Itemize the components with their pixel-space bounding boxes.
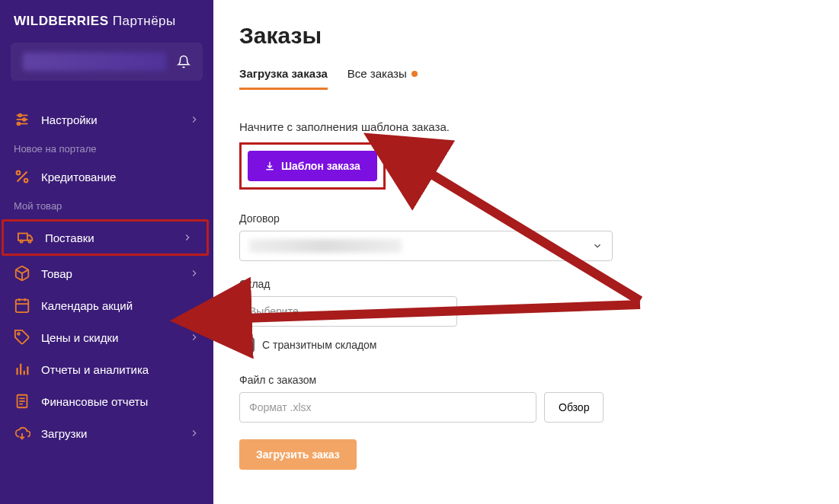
calendar-icon <box>14 297 30 314</box>
sidebar-item-downloads[interactable]: Загрузки <box>0 417 213 449</box>
chevron-down-icon <box>592 241 603 251</box>
lead-text: Начните с заполнения шаблона заказа. <box>239 120 813 133</box>
sidebar: WILDBERRIES Партнёры Настройки Новое на … <box>0 0 213 504</box>
download-icon <box>264 161 275 171</box>
svg-point-10 <box>20 240 22 242</box>
sidebar-item-product[interactable]: Товар <box>0 257 213 289</box>
upload-button-label: Загрузить заказ <box>256 448 340 461</box>
sidebar-item-label: Загрузки <box>41 427 87 440</box>
transit-row: С транзитным складом <box>239 337 813 352</box>
sidebar-item-finreports[interactable]: Финансовые отчеты <box>0 385 213 417</box>
upload-button[interactable]: Загрузить заказ <box>239 439 357 470</box>
sidebar-item-label: Финансовые отчеты <box>41 395 148 408</box>
svg-rect-9 <box>18 234 27 241</box>
svg-line-6 <box>18 172 27 182</box>
file-label: Файл с заказом <box>239 374 813 386</box>
tab-all[interactable]: Все заказы <box>347 67 418 90</box>
file-input[interactable]: Формат .xlsx <box>239 392 536 423</box>
sidebar-item-label: Цены и скидки <box>41 331 118 344</box>
sidebar-section-new: Новое на портале <box>0 136 213 161</box>
svg-point-7 <box>17 171 21 175</box>
chevron-right-icon <box>189 268 200 279</box>
chevron-right-icon <box>189 428 200 439</box>
tab-upload[interactable]: Загрузка заказа <box>239 67 328 90</box>
sidebar-item-label: Товар <box>41 267 72 280</box>
contract-select[interactable] <box>239 231 613 261</box>
logo-brand: WILDBERRIES <box>14 14 109 28</box>
sliders-icon <box>14 111 30 128</box>
bell-icon[interactable] <box>177 55 191 69</box>
page-title: Заказы <box>239 23 813 49</box>
warehouse-placeholder: Выберите <box>249 305 299 317</box>
template-highlight: Шаблон заказа <box>239 142 386 190</box>
svg-point-8 <box>24 179 28 183</box>
transit-label: С транзитным складом <box>262 339 377 351</box>
sidebar-item-label: Календарь акций <box>41 299 133 312</box>
svg-point-11 <box>28 240 30 242</box>
logo-sub: Партнёры <box>113 14 176 28</box>
file-placeholder: Формат .xlsx <box>249 401 312 413</box>
sidebar-item-reports[interactable]: Отчеты и аналитика <box>0 353 213 385</box>
svg-point-17 <box>18 333 20 335</box>
sidebar-item-label: Кредитование <box>41 171 116 183</box>
dot-indicator-icon <box>411 71 418 77</box>
sidebar-item-label: Отчеты и аналитика <box>41 363 149 376</box>
sidebar-section-goods: Мой товар <box>0 193 213 218</box>
chevron-down-icon <box>437 306 447 317</box>
template-button-label: Шаблон заказа <box>281 160 360 172</box>
chevron-right-icon <box>182 232 193 243</box>
tab-label: Все заказы <box>347 67 407 80</box>
user-box[interactable] <box>11 43 203 81</box>
chevron-right-icon <box>189 332 200 343</box>
file-row: Формат .xlsx Обзор <box>239 392 813 423</box>
cloud-download-icon <box>14 425 30 442</box>
warehouse-label: Склад <box>239 278 813 290</box>
contract-label: Договор <box>239 212 813 225</box>
chevron-right-icon <box>189 114 200 125</box>
main-content: Заказы Загрузка заказа Все заказы Начнит… <box>213 0 839 504</box>
transit-checkbox[interactable] <box>239 337 255 352</box>
contract-value-blurred <box>249 239 402 253</box>
tabs: Загрузка заказа Все заказы <box>239 67 813 90</box>
tab-label: Загрузка заказа <box>239 67 328 80</box>
template-button[interactable]: Шаблон заказа <box>248 151 377 181</box>
bar-chart-icon <box>14 361 30 378</box>
truck-icon <box>18 229 34 246</box>
browse-button-label: Обзор <box>559 401 589 413</box>
sidebar-item-label: Поставки <box>45 231 94 244</box>
sidebar-item-calendar[interactable]: Календарь акций <box>0 289 213 321</box>
warehouse-select[interactable]: Выберите <box>239 296 457 327</box>
tag-icon <box>14 329 30 346</box>
sidebar-item-label: Настройки <box>41 113 98 126</box>
percent-icon <box>14 168 30 185</box>
user-name-blurred <box>23 53 166 71</box>
file-icon <box>14 393 30 410</box>
sidebar-item-settings[interactable]: Настройки <box>0 104 213 136</box>
sidebar-item-deliveries[interactable]: Поставки <box>2 219 209 256</box>
sidebar-item-credit[interactable]: Кредитование <box>0 161 213 193</box>
svg-rect-13 <box>16 300 29 313</box>
browse-button[interactable]: Обзор <box>544 392 604 423</box>
logo: WILDBERRIES Партнёры <box>0 14 213 43</box>
sidebar-item-prices[interactable]: Цены и скидки <box>0 321 213 353</box>
box-icon <box>14 265 30 282</box>
